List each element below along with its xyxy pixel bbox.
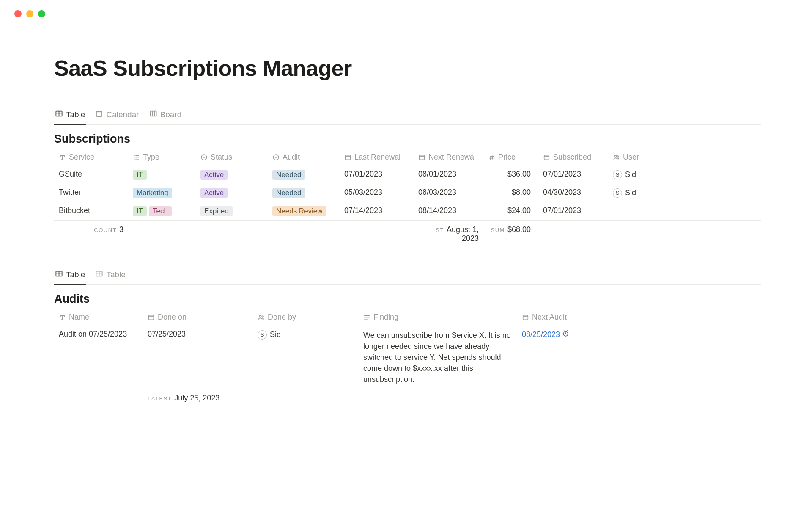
text-icon: [59, 154, 66, 161]
cell-next-renewal[interactable]: 08/03/2023: [414, 184, 483, 202]
table-row[interactable]: Audit on 07/25/202307/25/2023SSidWe can …: [54, 326, 761, 389]
subscriptions-tab-calendar[interactable]: Calendar: [94, 106, 140, 125]
column-header-done-on[interactable]: Done on: [143, 309, 253, 326]
cell-service[interactable]: Twitter: [54, 184, 128, 202]
cell-subscribed[interactable]: 07/01/2023: [538, 166, 608, 184]
cell-status[interactable]: Active: [196, 166, 268, 184]
svg-rect-34: [149, 315, 154, 320]
user-chip[interactable]: SSid: [613, 170, 636, 179]
summary-count-label: COUNT: [94, 227, 117, 233]
avatar: S: [613, 188, 622, 198]
cell-status[interactable]: Expired: [196, 202, 268, 221]
cell-next-renewal[interactable]: 08/01/2023: [414, 166, 483, 184]
status-tag[interactable]: Active: [200, 188, 228, 198]
cell-finding[interactable]: We can unsubscribe from Service X. It is…: [359, 326, 517, 389]
cell-name[interactable]: Audit on 07/25/2023: [54, 326, 143, 389]
audits-heading[interactable]: Audits: [54, 293, 761, 306]
avatar: S: [258, 330, 267, 340]
table-row[interactable]: TwitterMarketingActiveNeeded05/03/202308…: [54, 184, 761, 202]
cell-price[interactable]: $8.00: [483, 184, 538, 202]
column-header-status[interactable]: Status: [196, 149, 268, 166]
cell-user[interactable]: SSid: [608, 184, 665, 202]
calendar-icon: [522, 314, 529, 321]
cell-done-on[interactable]: 07/25/2023: [143, 326, 253, 389]
type-tag[interactable]: Marketing: [133, 188, 172, 198]
column-header-next-renewal[interactable]: Next Renewal: [414, 149, 483, 166]
column-header-next-audit[interactable]: Next Audit: [517, 309, 761, 326]
column-header-type[interactable]: Type: [128, 149, 196, 166]
cell-user[interactable]: SSid: [608, 166, 665, 184]
cell-service[interactable]: Bitbucket: [54, 202, 128, 221]
audits-tab-table[interactable]: Table: [94, 266, 126, 285]
audits-summary-row: LATESTJuly 25, 2023: [54, 389, 761, 407]
cell-last-renewal[interactable]: 05/03/2023: [340, 184, 414, 202]
window-controls: [0, 0, 812, 17]
cell-type[interactable]: ITTech: [128, 202, 196, 221]
cell-subscribed[interactable]: 07/01/2023: [538, 202, 608, 221]
column-label: User: [623, 153, 639, 162]
audit-tag[interactable]: Needed: [272, 188, 305, 198]
cell-next-renewal[interactable]: 08/14/2023: [414, 202, 483, 221]
summary-st-label: ST: [436, 227, 444, 233]
cell-next-audit[interactable]: 08/25/2023: [517, 326, 761, 389]
cell-type[interactable]: Marketing: [128, 184, 196, 202]
table-icon: [55, 110, 63, 120]
audits-tab-table[interactable]: Table: [54, 266, 86, 285]
cell-last-renewal[interactable]: 07/01/2023: [340, 166, 414, 184]
list-icon: [133, 154, 140, 161]
column-header-done-by[interactable]: Done by: [253, 309, 359, 326]
cell-user[interactable]: [608, 202, 665, 221]
cell-service[interactable]: GSuite: [54, 166, 128, 184]
window-minimize-button[interactable]: [26, 10, 33, 17]
cell-subscribed[interactable]: 04/30/2023: [538, 184, 608, 202]
column-header-service[interactable]: Service: [54, 149, 128, 166]
summary-latest-label: LATEST: [148, 395, 172, 402]
column-header-name[interactable]: Name: [54, 309, 143, 326]
select-icon: [200, 154, 208, 161]
type-tag[interactable]: IT: [133, 206, 147, 216]
user-chip[interactable]: SSid: [613, 188, 636, 198]
cell-price[interactable]: $24.00: [483, 202, 538, 221]
svg-point-27: [617, 156, 619, 157]
audit-tag[interactable]: Needs Review: [272, 206, 326, 216]
cell-status[interactable]: Active: [196, 184, 268, 202]
column-label: Done by: [268, 313, 296, 322]
cell-audit[interactable]: Needed: [268, 184, 340, 202]
calendar-icon: [543, 154, 550, 161]
cell-audit[interactable]: Needs Review: [268, 202, 340, 221]
column-header-audit[interactable]: Audit: [268, 149, 340, 166]
page-title[interactable]: SaaS Subscriptions Manager: [54, 55, 761, 81]
subscriptions-view-tabs: TableCalendarBoard: [54, 106, 761, 125]
status-tag[interactable]: Expired: [200, 206, 233, 216]
user-name: Sid: [625, 170, 636, 179]
window-close-button[interactable]: [14, 10, 22, 17]
next-audit-date[interactable]: 08/25/2023: [522, 330, 560, 339]
tab-label: Table: [66, 110, 85, 119]
cell-done-by[interactable]: SSid: [253, 326, 359, 389]
svg-point-8: [134, 155, 134, 156]
cell-price[interactable]: $36.00: [483, 166, 538, 184]
column-header-last-renewal[interactable]: Last Renewal: [340, 149, 414, 166]
column-label: Service: [69, 153, 94, 162]
tab-label: Table: [66, 270, 85, 279]
subscriptions-tab-board[interactable]: Board: [148, 106, 183, 125]
cell-audit[interactable]: Needed: [268, 166, 340, 184]
column-label: Status: [211, 153, 232, 162]
column-header-price[interactable]: Price: [483, 149, 538, 166]
type-tag[interactable]: Tech: [149, 206, 172, 216]
column-header-subscribed[interactable]: Subscribed: [538, 149, 608, 166]
cell-last-renewal[interactable]: 07/14/2023: [340, 202, 414, 221]
column-header-finding[interactable]: Finding: [359, 309, 517, 326]
type-tag[interactable]: IT: [133, 170, 147, 180]
cell-type[interactable]: IT: [128, 166, 196, 184]
status-tag[interactable]: Active: [200, 170, 228, 180]
column-header-user[interactable]: User: [608, 149, 665, 166]
user-chip[interactable]: SSid: [258, 330, 281, 340]
window-maximize-button[interactable]: [38, 10, 45, 17]
svg-point-26: [614, 155, 617, 157]
audit-tag[interactable]: Needed: [272, 170, 305, 180]
table-row[interactable]: GSuiteITActiveNeeded07/01/202308/01/2023…: [54, 166, 761, 184]
table-row[interactable]: BitbucketITTechExpiredNeeds Review07/14/…: [54, 202, 761, 221]
subscriptions-heading[interactable]: Subscriptions: [54, 133, 761, 146]
subscriptions-tab-table[interactable]: Table: [54, 106, 86, 125]
